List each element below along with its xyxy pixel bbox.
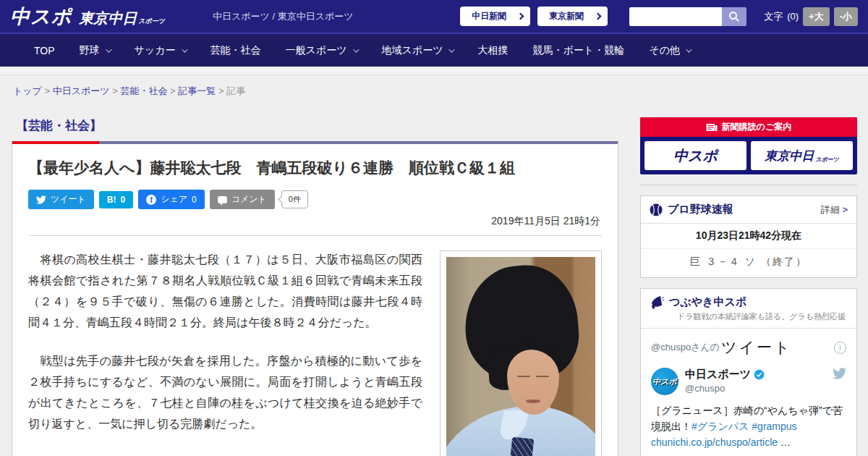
tweet[interactable]: 中スポ 中日スポーツ @chuspo ［グラニュース］赤崎の“やんちゃ: [651, 368, 846, 450]
article-body: 将棋の高校生棋士・藤井聡太七段（１７）は５日、大阪市福島区の関西将棋会館で指され…: [28, 249, 602, 456]
nav-item-label: 地域スポーツ: [382, 44, 443, 57]
comment-count-badge: 0件: [281, 190, 308, 208]
chevron-down-icon: [353, 46, 359, 52]
search-input[interactable]: [629, 7, 722, 26]
subscription-banner-header: 新聞購読のご案内: [640, 117, 857, 137]
tweet-share-button[interactable]: ツイート: [28, 190, 94, 209]
logo-sports-small: スポーツ: [138, 17, 165, 26]
tweet-link[interactable]: #grampus: [752, 421, 796, 432]
nav-item-地域スポーツ[interactable]: 地域スポーツ: [370, 44, 466, 57]
facebook-count: 0: [192, 195, 197, 205]
breadcrumb-link[interactable]: 中日スポーツ: [53, 85, 110, 96]
article-title: 【最年少名人へ】藤井聡太七段 青嶋五段破り６連勝 順位戦Ｃ級１組: [28, 157, 602, 178]
breadcrumb-current: 記事: [226, 85, 245, 96]
chevron-right-icon: [595, 13, 602, 20]
tokyo-shimbun-button[interactable]: 東京新聞: [537, 7, 608, 26]
divider: [640, 185, 857, 185]
baseball-box-title: プロ野球速報: [668, 203, 733, 216]
nav-item-サッカー[interactable]: サッカー: [122, 44, 198, 57]
twitter-embed: @chuspoさんの ツイート i 中スポ 中日スポーツ @chuspo: [641, 328, 856, 456]
tweet-link[interactable]: chunichi.co.jp/chuspo/article: [651, 436, 778, 448]
chuspo-subscribe-button[interactable]: 中スポ: [644, 141, 746, 170]
chunichi-shimbun-button[interactable]: 中日新聞: [460, 7, 530, 26]
hatena-share-button[interactable]: B! 0: [99, 191, 133, 208]
search-bar: [629, 7, 746, 26]
tokyo-chunichi-subscribe-sub: スポーツ: [815, 156, 839, 164]
tweet-account-handle[interactable]: @chuspo: [685, 383, 765, 394]
tweet-account-name[interactable]: 中日スポーツ: [685, 368, 751, 381]
nav-item-芸能・社会[interactable]: 芸能・社会: [198, 44, 273, 57]
nav-item-label: サッカー: [135, 44, 176, 57]
breadcrumb-link[interactable]: 芸能・社会: [121, 85, 168, 96]
chevron-down-icon: [182, 46, 187, 52]
chevron-down-icon: [106, 46, 111, 52]
facebook-share-label: シェア: [161, 193, 187, 206]
tweet-share-label: ツイート: [51, 193, 86, 206]
baseball-detail-link[interactable]: 詳細 >: [821, 203, 848, 216]
sidebar: 新聞購読のご案内 中スポ 東京中日 スポーツ プロ野球速報 詳細 >: [640, 107, 857, 456]
breadcrumb-separator: >: [42, 85, 53, 96]
subscription-banner-label: 新聞購読のご案内: [722, 121, 792, 133]
score-line[interactable]: 巨 ３－４ ソ （終了）: [641, 248, 856, 277]
breadcrumb: トップ > 中日スポーツ > 芸能・社会 > 記事一覧 > 記事: [0, 75, 868, 107]
chevron-down-icon: [449, 46, 455, 52]
chunichi-shimbun-label: 中日新聞: [472, 10, 506, 22]
tweets-box: つぶやき中スポ ドラ観戦の本紙評論家も語る。グラも熱烈応援 @chuspoさんの…: [640, 288, 857, 456]
logo-tokyo-chunichi: 東京中日: [79, 9, 137, 28]
subscription-banner[interactable]: 新聞購読のご案内 中スポ 東京中日 スポーツ: [640, 117, 857, 174]
search-button[interactable]: [722, 7, 746, 26]
font-size-label: 文字: [764, 10, 783, 23]
tokyo-chunichi-subscribe-button[interactable]: 東京中日 スポーツ: [751, 141, 853, 170]
search-icon: [729, 12, 739, 22]
baseball-icon: [650, 203, 663, 216]
tweet-text: ［グラニュース］赤崎の“やんちゃ弾”で苦境脱出！#グランパス #grampus …: [651, 402, 846, 450]
facebook-icon: f: [146, 195, 156, 205]
font-smaller-button[interactable]: -小: [834, 7, 858, 26]
score-timestamp: 10月23日21時42分現在: [641, 223, 856, 248]
breadcrumb-separator: >: [216, 85, 226, 96]
site-logo[interactable]: 中スポ 東京中日 スポーツ: [10, 4, 165, 30]
avatar[interactable]: 中スポ: [651, 368, 678, 395]
nav-item-野球[interactable]: 野球: [67, 44, 122, 57]
photo-face: [507, 350, 559, 415]
breadcrumb-separator: >: [110, 85, 121, 96]
nav-item-その他[interactable]: その他: [637, 44, 702, 57]
logo-chuspo: 中スポ: [10, 4, 72, 30]
nav-item-大相撲[interactable]: 大相撲: [465, 44, 520, 57]
comment-label: コメント: [231, 193, 267, 206]
font-size-controls: 文字 (0) +大 -小: [764, 7, 858, 26]
article-photo-box: [440, 250, 602, 456]
section-heading: 【芸能・社会】: [16, 117, 618, 134]
nav-item-競馬・ボート・競輪[interactable]: 競馬・ボート・競輪: [520, 44, 637, 57]
nav-item-TOP[interactable]: TOP: [22, 45, 67, 56]
comment-button[interactable]: コメント: [210, 190, 275, 209]
tweet-text-part: …: [778, 436, 791, 448]
newspaper-icon: [706, 123, 718, 132]
nav-item-一般スポーツ[interactable]: 一般スポーツ: [273, 44, 370, 57]
verified-badge-icon: [754, 369, 765, 380]
chevron-right-icon: [517, 13, 524, 20]
tokyo-chunichi-subscribe-label: 東京中日: [765, 148, 814, 164]
hatena-icon: B!: [107, 195, 116, 205]
baseball-scores-box: プロ野球速報 詳細 > 10月23日21時42分現在 巨 ３－４ ソ （終了）: [640, 195, 857, 278]
main-nav: TOP野球サッカー芸能・社会一般スポーツ地域スポーツ大相撲競馬・ボート・競輪その…: [0, 34, 868, 67]
baseball-detail-label: 詳細: [821, 204, 840, 215]
photo-tie: [508, 437, 535, 456]
chevron-right-icon: >: [842, 204, 848, 215]
tweet-link[interactable]: #グランパス: [692, 421, 749, 432]
subnav-strip: [0, 67, 868, 75]
tweets-box-title: つぶやき中スポ: [669, 295, 746, 309]
twitter-bird-icon: [36, 195, 46, 204]
top-header-bar: 中スポ 東京中日 スポーツ 中日スポーツ / 東京中日スポーツ 中日新聞 東京新…: [0, 0, 868, 34]
nav-item-label: TOP: [34, 45, 55, 56]
twitter-bird-icon[interactable]: [833, 368, 846, 379]
breadcrumb-link[interactable]: 記事一覧: [178, 85, 216, 96]
twitter-account-prefix: @chuspoさんの: [651, 341, 720, 354]
facebook-share-button[interactable]: f シェア 0: [138, 190, 205, 209]
megaphone-icon: [650, 296, 664, 309]
hatena-count: 0: [121, 195, 126, 205]
breadcrumb-link[interactable]: トップ: [13, 85, 42, 96]
info-icon[interactable]: i: [834, 342, 846, 354]
font-larger-button[interactable]: +大: [803, 7, 830, 26]
article-box: 【最年少名人へ】藤井聡太七段 青嶋五段破り６連勝 順位戦Ｃ級１組 ツイート B!…: [12, 141, 618, 456]
